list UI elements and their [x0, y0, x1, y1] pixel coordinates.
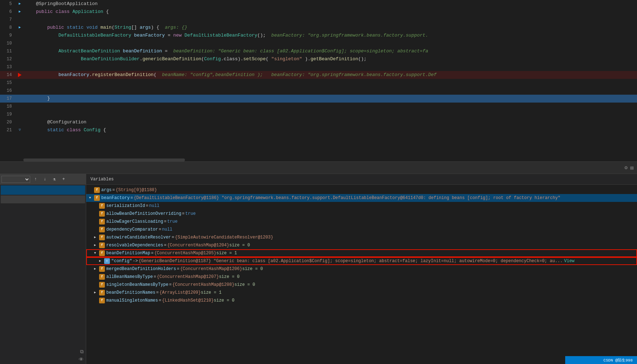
var-row-depComp: f dependencyComparator = null — [86, 226, 637, 233]
debug-list — [0, 185, 86, 348]
size-rd: size = 0 — [229, 242, 250, 249]
code-line-9: 9 DefaultListableBeanFactory beanFactory… — [0, 32, 637, 39]
name-acr: autowireCandidateResolver — [106, 234, 171, 241]
icon-bdn: f — [99, 290, 105, 296]
breakpoint-14[interactable] — [18, 73, 22, 77]
val-bdm: {ConcurrentHashMap@1205} — [154, 250, 217, 257]
icon-acr: f — [99, 235, 105, 240]
var-row-abnbt: f allBeanNamesByType = {ConcurrentHashMa… — [86, 273, 637, 281]
code-lines: 5 ▶ @SpringBootApplication 6 ▶ public cl… — [0, 0, 637, 134]
val-dc: null — [162, 226, 172, 233]
icon-bf: f — [94, 195, 100, 201]
code-line-12: 12 BeanDefinitionBuilder.genericBeanDefi… — [0, 55, 637, 63]
code-line-8: 8 ▶ public static void main(String[] arg… — [0, 24, 637, 32]
step-up-btn[interactable]: ↑ — [32, 175, 39, 183]
line-content-20: @Configuration — [23, 118, 637, 126]
line-number-10: 10 — [0, 39, 16, 47]
view-link[interactable]: View — [564, 257, 575, 265]
copy-icon[interactable]: ⧉ — [80, 349, 84, 355]
size-sbnbt: size = 0 — [234, 281, 255, 288]
var-row-allowECL: f allowEagerClassLoading = true — [86, 218, 637, 226]
eq-msn: = — [159, 297, 161, 304]
icon-sid: f — [99, 203, 105, 209]
icon-rd: f — [99, 242, 105, 248]
gutter-5[interactable]: ▶ — [16, 0, 23, 8]
eq-config: -> — [133, 257, 138, 265]
var-row-beanFactory[interactable]: ▼ f beanFactory = {DefaultListableBeanFa… — [86, 194, 637, 202]
toggle-rd[interactable]: ▶ — [94, 242, 99, 249]
debug-list-item-1[interactable] — [1, 185, 85, 195]
toggle-config[interactable]: ▶ — [99, 257, 104, 265]
var-row-msn: f manualSingletonNames = {LinkedHashSet@… — [86, 297, 637, 304]
debug-sidebar: ↑ ↓ ⚗ + ⧉ 👁 — [0, 174, 86, 364]
code-line-10: 10 — [0, 39, 637, 47]
line-content-21: static class Config { — [23, 126, 637, 134]
line-number-16: 16 — [0, 87, 16, 95]
toggle-bdm[interactable]: ▼ — [94, 250, 99, 257]
status-text: CSDN @陌生998 — [604, 358, 633, 363]
line-content-6: public class Application { — [23, 8, 637, 16]
line-number-17: 17 — [0, 95, 16, 103]
debug-list-item-2[interactable] — [1, 195, 85, 203]
var-row-config: ▶ ≡ "config" -> {GenericBeanDefinition@1… — [86, 257, 637, 265]
editor-area: 5 ▶ @SpringBootApplication 6 ▶ public cl… — [0, 0, 637, 161]
line-number-18: 18 — [0, 103, 16, 110]
run-arrow-5[interactable]: ▶ — [19, 0, 21, 8]
code-line-11: 11 AbstractBeanDefinition beanDefinition… — [0, 47, 637, 55]
line-number-13: 13 — [0, 63, 16, 71]
var-row-rd: ▶ f resolvableDependencies = {Concurrent… — [86, 241, 637, 249]
line-content-8: public static void main(String[] args) {… — [23, 24, 637, 32]
line-number-21: 21 — [0, 126, 16, 134]
variables-header: Variables — [86, 174, 637, 185]
code-line-14: 14 beanFactory.registerBeanDefinition( b… — [0, 71, 637, 79]
val-sid: null — [149, 202, 159, 209]
var-row-sbnbt: f singletonBeanNamesByType = {Concurrent… — [86, 281, 637, 289]
name-rd: resolvableDependencies — [106, 242, 163, 249]
name-dc: dependencyComparator — [106, 226, 158, 233]
line-content-14: beanFactory.registerBeanDefinition( bean… — [23, 71, 637, 79]
var-row-allowBDO: f allowBeanDefinitionOverriding = true — [86, 210, 637, 218]
line-content-9: DefaultListableBeanFactory beanFactory =… — [23, 32, 637, 39]
line-number-20: 20 — [0, 118, 16, 126]
code-line-17: 17 } — [0, 95, 637, 103]
code-line-5: 5 ▶ @SpringBootApplication — [0, 0, 637, 8]
line-number-8: 8 — [0, 24, 16, 32]
toggle-bf[interactable]: ▼ — [89, 194, 94, 202]
filter-btn[interactable]: ⚗ — [50, 175, 58, 183]
icon-aecl: f — [99, 219, 105, 224]
gutter-8[interactable]: ▶ — [16, 24, 23, 32]
line-content-12: BeanDefinitionBuilder.genericBeanDefinit… — [23, 55, 637, 63]
gutter-6[interactable]: ▶ — [16, 8, 23, 16]
var-row-bdn: ▶ f beanDefinitionNames = {ArrayList@120… — [86, 289, 637, 297]
name-msn: manualSingletonNames — [106, 297, 158, 304]
toggle-mbdh[interactable]: ▶ — [94, 265, 99, 273]
val-rd: {ConcurrentHashMap@1204} — [167, 242, 229, 249]
code-line-13: 13 — [0, 63, 637, 71]
step-down-btn[interactable]: ↓ — [41, 175, 49, 183]
var-row-args: f args = {String[0]@1188} — [86, 186, 637, 194]
variables-label: Variables — [90, 177, 114, 182]
settings-icon[interactable]: ⚙ — [624, 165, 627, 171]
debug-dropdown[interactable] — [1, 176, 30, 183]
val-aecl: true — [167, 218, 178, 225]
run-arrow-6[interactable]: ▶ — [19, 8, 21, 16]
view-icon[interactable]: 👁 — [79, 357, 84, 363]
add-btn[interactable]: + — [60, 175, 68, 183]
eq-abdo: = — [182, 210, 185, 217]
run-arrow-8[interactable]: ▶ — [19, 24, 21, 32]
name-abdo: allowBeanDefinitionOverriding — [106, 210, 181, 217]
icon-abdo: f — [99, 211, 105, 217]
name-config: "config" — [111, 257, 132, 265]
gutter-14[interactable] — [16, 73, 23, 77]
code-line-21: 21 ▽ static class Config { — [0, 126, 637, 134]
val-msn: {LinkedHashSet@1210} — [162, 297, 214, 304]
eq-args: = — [112, 186, 115, 194]
code-line-20: 20 @Configuration — [0, 118, 637, 126]
toggle-bdn[interactable]: ▶ — [94, 289, 99, 296]
layout-icon[interactable]: ▤ — [631, 165, 633, 171]
icon-mbdh: f — [99, 266, 105, 272]
variables-panel: Variables f args = {String[0]@1188} ▼ f … — [86, 174, 637, 364]
code-line-15: 15 — [0, 79, 637, 87]
toggle-acr[interactable]: ▶ — [94, 234, 99, 241]
val-acr: {SimpleAutowireCandidateResolver@1203} — [175, 234, 273, 241]
